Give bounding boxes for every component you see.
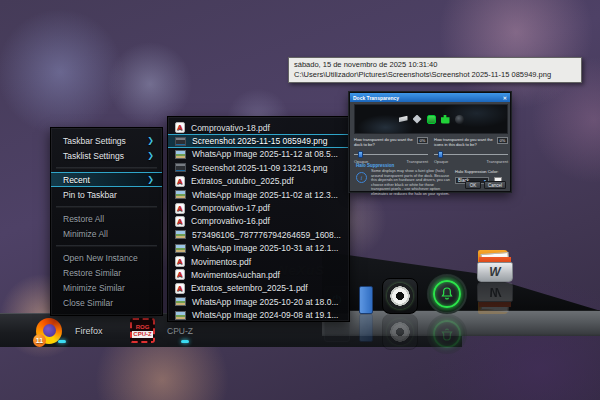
- image-file-icon: [175, 230, 186, 239]
- preview-green-app-icon: [427, 115, 436, 124]
- slider-thumb[interactable]: [438, 151, 443, 158]
- dock-transparency-question: How transparent do you want the dock to …: [354, 137, 414, 147]
- recent-file-item[interactable]: AMovimentosAuchan.pdf: [168, 268, 349, 281]
- file-name-label: Comprovativo-17.pdf: [191, 203, 270, 213]
- submenu-arrow-icon: ❯: [147, 175, 154, 184]
- menu-item-close-similar[interactable]: Close Similar: [51, 295, 162, 310]
- taskbar-item-firefox[interactable]: 11 Firefox: [36, 318, 103, 344]
- recent-file-item[interactable]: WhatsApp Image 2025-11-12 at 08.5...: [168, 148, 349, 161]
- cancel-button[interactable]: Cancel: [484, 181, 506, 189]
- transparent-label: Transparent: [407, 159, 428, 164]
- documents-folder-icon[interactable]: WW: [476, 250, 514, 314]
- dialog-title-text: Dock Transparency: [353, 95, 399, 101]
- slider-track: [434, 154, 508, 155]
- recent-file-item[interactable]: AExtratos_setembro_2025-1.pdf: [168, 282, 349, 295]
- menu-item-recent[interactable]: Recent❯: [51, 172, 162, 187]
- file-name-label: 573496106_787776794264659_1608...: [192, 230, 341, 240]
- firefox-label[interactable]: Firefox: [75, 326, 103, 336]
- recent-file-item[interactable]: AComprovativo-18.pdf: [168, 121, 349, 134]
- menu-item-open-new-instance[interactable]: Open New Instance: [51, 250, 162, 265]
- dock-transparency-value: 0%: [417, 137, 428, 144]
- file-name-label: WhatsApp Image 2025-10-31 at 12.1...: [192, 243, 338, 253]
- firefox-globe: [43, 324, 56, 337]
- tooltip-date-line: sábado, 15 de novembro de 2025 10:31:40: [294, 60, 576, 70]
- firefox-running-indicator: [58, 340, 66, 343]
- dock-transparency-dialog: Dock Transparency ✕ How transparent do y…: [349, 92, 511, 192]
- cpuz-icon[interactable]: ROG CPU-Z: [130, 318, 155, 343]
- slider-track: [354, 154, 428, 155]
- icon-transparency-slider[interactable]: [434, 150, 508, 158]
- desktop: NeXuS ⏻WW 11 Firefox ROG CPU-Z CPU-Z Tas…: [0, 0, 600, 400]
- image-file-icon: [175, 311, 186, 320]
- cpuz-icon-text: CPU-Z: [132, 331, 152, 338]
- dialog-titlebar[interactable]: Dock Transparency ✕: [350, 93, 510, 102]
- rog-logo-text: ROG: [136, 324, 150, 330]
- file-name-label: MovimentosAuchan.pdf: [191, 270, 280, 280]
- menu-item-restore-all[interactable]: Restore All: [51, 211, 162, 226]
- icon-transparency-group: How transparent do you want the icons in…: [434, 137, 508, 164]
- recent-file-item[interactable]: Screenshot 2025-11-09 132143.png: [168, 161, 349, 174]
- image-file-icon: [175, 244, 186, 253]
- dock-preview-image: [354, 104, 508, 134]
- image-file-icon: [175, 190, 186, 199]
- recent-file-item[interactable]: AExtratos_outubro_2025.pdf: [168, 175, 349, 188]
- bell-glow-ring: [433, 280, 461, 308]
- blue-window-icon-reflection: [359, 314, 373, 342]
- recent-file-item[interactable]: 573496106_787776794264659_1608...: [168, 228, 349, 241]
- recent-file-item[interactable]: AMovimentos.pdf: [168, 255, 349, 268]
- speaker-icon[interactable]: [382, 278, 418, 314]
- recent-file-item[interactable]: WhatsApp Image 2025-10-31 at 12.1...: [168, 242, 349, 255]
- recent-file-item[interactable]: Screenshot 2025-11-15 085949.png: [168, 134, 349, 147]
- blue-window-icon[interactable]: [359, 286, 373, 314]
- notification-bell-icon[interactable]: [427, 274, 467, 314]
- documents-folder-icon-glyph: W: [476, 250, 514, 282]
- menu-item-minimize-all[interactable]: Minimize All: [51, 226, 162, 241]
- blue-window-icon-glyph: [359, 286, 373, 314]
- recent-file-item[interactable]: WhatsApp Image 2024-09-08 at 19.1...: [168, 308, 349, 321]
- recent-file-item[interactable]: AComprovativo-17.pdf: [168, 201, 349, 214]
- submenu-arrow-icon: ❯: [147, 136, 154, 145]
- halo-color-label: Halo Suppression Color:: [455, 169, 507, 174]
- menu-item-label: Pin to Taskbar: [63, 190, 117, 200]
- halo-suppression-info-text: Some displays may show a faint glow (hal…: [371, 169, 450, 197]
- ok-button[interactable]: OK: [465, 181, 481, 189]
- recent-file-item[interactable]: WhatsApp Image 2025-11-02 at 12.3...: [168, 188, 349, 201]
- image-file-icon: [175, 297, 186, 306]
- icon-transparency-value: 0%: [497, 137, 508, 144]
- folder-front: W: [477, 282, 513, 302]
- menu-item-tasklist-settings[interactable]: Tasklist Settings❯: [51, 148, 162, 163]
- pdf-file-icon: A: [175, 216, 185, 227]
- pdf-file-icon: A: [175, 256, 185, 267]
- bell-icon: [439, 286, 455, 302]
- cpuz-label[interactable]: CPU-Z: [167, 326, 193, 336]
- firefox-badge: 11: [33, 334, 46, 347]
- cpuz-running-indicator: [181, 340, 189, 343]
- menu-separator: [56, 245, 157, 246]
- folder-front: W: [477, 262, 513, 282]
- speaker-icon-glyph: [382, 278, 418, 314]
- screenshot-file-icon: [175, 163, 186, 172]
- recent-file-item[interactable]: AComprovativo-16.pdf: [168, 215, 349, 228]
- menu-item-restore-similar[interactable]: Restore Similar: [51, 265, 162, 280]
- pdf-file-icon: A: [175, 176, 185, 187]
- file-name-label: Screenshot 2025-11-15 085949.png: [192, 136, 327, 146]
- file-name-label: Extratos_outubro_2025.pdf: [191, 176, 294, 186]
- menu-item-taskbar-settings[interactable]: Taskbar Settings❯: [51, 133, 162, 148]
- folder-layers: W: [476, 282, 514, 314]
- preview-green-figure-icon: [441, 115, 450, 124]
- icon-transparency-question: How transparent do you want the icons in…: [434, 137, 494, 147]
- submenu-arrow-icon: ❯: [147, 151, 154, 160]
- opaque-label: Opaque: [434, 159, 448, 164]
- file-name-label: Extratos_setembro_2025-1.pdf: [191, 283, 308, 293]
- menu-separator: [56, 206, 157, 207]
- menu-item-pin-to-taskbar[interactable]: Pin to Taskbar: [51, 187, 162, 202]
- menu-item-minimize-similar[interactable]: Minimize Similar: [51, 280, 162, 295]
- menu-item-label: Restore Similar: [63, 268, 121, 278]
- recent-file-item[interactable]: WhatsApp Image 2025-10-20 at 18.0...: [168, 295, 349, 308]
- pdf-file-icon: A: [175, 269, 185, 280]
- pdf-file-icon: A: [175, 122, 185, 133]
- slider-thumb[interactable]: [358, 151, 363, 158]
- close-icon[interactable]: ✕: [503, 95, 507, 101]
- notification-bell-icon-glyph: [427, 274, 467, 314]
- dock-transparency-slider[interactable]: [354, 150, 428, 158]
